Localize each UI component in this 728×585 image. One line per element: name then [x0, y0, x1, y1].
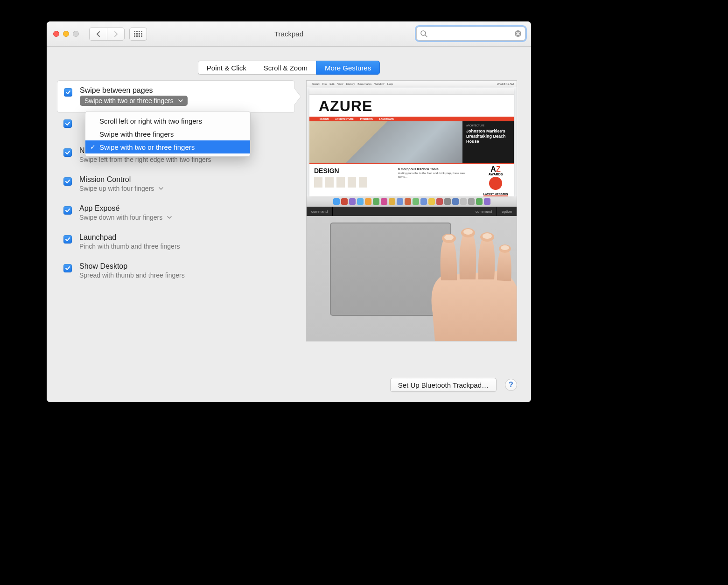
checkbox-mission-control[interactable]: [63, 177, 72, 186]
gesture-launchpad[interactable]: Launchpad Pinch with thumb and three fin…: [57, 228, 295, 257]
svg-line-1: [425, 35, 427, 37]
help-button[interactable]: ?: [505, 379, 517, 391]
chevron-down-icon: [159, 187, 163, 190]
svg-point-8: [463, 229, 473, 235]
svg-point-9: [483, 233, 492, 239]
content-row: Swipe between pages Swipe with two or th…: [47, 80, 531, 341]
gesture-title: Mission Control: [79, 175, 163, 184]
dropdown-option-1[interactable]: Swipe with three fingers: [85, 127, 250, 140]
chevron-right-icon: [113, 31, 118, 37]
gesture-mission-control[interactable]: Mission Control Swipe up with four finge…: [57, 170, 295, 199]
grid-icon: [134, 31, 142, 37]
svg-point-10: [501, 245, 509, 250]
tab-point-and-click[interactable]: Point & Click: [198, 61, 255, 75]
gesture-show-desktop[interactable]: Show Desktop Spread with thumb and three…: [57, 257, 295, 286]
dropdown-menu[interactable]: Scroll left or right with two fingers Sw…: [85, 111, 251, 157]
preview-hand: [405, 220, 517, 341]
dropdown-option-0[interactable]: Scroll left or right with two fingers: [85, 114, 250, 127]
checkbox-swipe-between-pages[interactable]: [64, 88, 72, 97]
preview-dock: [307, 196, 517, 207]
gesture-subtitle: Spread with thumb and three fingers: [79, 272, 185, 279]
preferences-body: Point & Click Scroll & Zoom More Gesture…: [47, 47, 531, 402]
gesture-preview: Safari File Edit View History Bookmarks …: [306, 80, 517, 341]
search-field-wrap: [416, 27, 525, 41]
checkbox-show-desktop[interactable]: [63, 264, 72, 272]
gesture-subtitle-dropdown[interactable]: Swipe with two or three fingers: [80, 96, 188, 106]
window-controls: [53, 31, 79, 37]
show-all-button[interactable]: [129, 28, 147, 41]
dropdown-option-2[interactable]: Swipe with two or three fingers: [85, 140, 250, 153]
preview-menubar: Safari File Edit View History Bookmarks …: [307, 81, 517, 87]
nav-buttons: [89, 28, 125, 41]
gesture-subtitle: Swipe left from the right edge with two …: [79, 156, 211, 163]
minimize-window-button[interactable]: [63, 31, 69, 37]
chevron-down-icon: [167, 216, 172, 219]
close-window-button[interactable]: [53, 31, 59, 37]
clear-search-icon[interactable]: [514, 30, 522, 37]
footer-row: Set Up Bluetooth Trackpad… ?: [390, 378, 517, 392]
gesture-title: App Exposé: [79, 204, 172, 213]
preview-screen: Safari File Edit View History Bookmarks …: [307, 81, 517, 207]
check-icon: [65, 121, 70, 126]
check-icon: [65, 237, 70, 242]
preview-keyboard: command command option: [307, 207, 517, 216]
tab-more-gestures[interactable]: More Gestures: [316, 61, 380, 75]
gesture-subtitle-dropdown[interactable]: Swipe up with four fingers: [79, 185, 163, 192]
search-icon: [420, 30, 427, 37]
tab-scroll-and-zoom[interactable]: Scroll & Zoom: [255, 61, 316, 75]
check-icon: [65, 208, 70, 213]
checkbox-launchpad[interactable]: [63, 235, 72, 244]
check-icon: [65, 90, 71, 95]
gesture-subtitle: Pinch with thumb and three fingers: [79, 243, 180, 250]
chevron-down-icon: [178, 99, 183, 103]
zoom-window-button: [73, 31, 79, 37]
preview-site-logo: AZURE: [309, 95, 514, 117]
preview-browser-window: AZURE DESIGN ARCHITECTURE INTERIORS LAND…: [309, 88, 514, 196]
preview-trackpad-area: [307, 216, 517, 341]
chevron-left-icon: [96, 31, 101, 37]
gesture-swipe-between-pages[interactable]: Swipe between pages Swipe with two or th…: [57, 80, 295, 113]
preview-nav-bar: DESIGN ARCHITECTURE INTERIORS LANDSCAPE: [309, 117, 514, 121]
checkbox-notification-center[interactable]: [63, 148, 72, 157]
trackpad-preferences-window: Trackpad Point & Click Scroll & Zoom Mor…: [47, 21, 531, 402]
preview-awards-widget: AZ AWARDS LATEST UPDATES: [477, 164, 514, 196]
tabs-row: Point & Click Scroll & Zoom More Gesture…: [47, 61, 531, 75]
check-icon: [65, 150, 70, 155]
check-icon: [65, 179, 70, 184]
gesture-title: Show Desktop: [79, 262, 185, 271]
setup-bluetooth-trackpad-button[interactable]: Set Up Bluetooth Trackpad…: [390, 378, 497, 392]
forward-button: [107, 28, 125, 41]
check-icon: [65, 265, 70, 271]
gesture-title: Launchpad: [79, 233, 180, 242]
checkbox-swipe-fullscreen-apps[interactable]: [63, 119, 72, 128]
preview-hero: ARCHITECTURE Johnston Marklee's Breathta…: [309, 121, 514, 163]
titlebar: Trackpad: [47, 21, 531, 47]
gesture-title: Swipe between pages: [80, 86, 188, 95]
gesture-subtitle-dropdown[interactable]: Swipe down with four fingers: [79, 214, 172, 221]
checkbox-app-expose[interactable]: [63, 206, 72, 215]
svg-point-7: [444, 235, 454, 240]
back-button[interactable]: [89, 28, 107, 41]
gesture-app-expose[interactable]: App Exposé Swipe down with four fingers: [57, 199, 295, 228]
preview-section-heading: DESIGN: [314, 167, 391, 174]
search-input[interactable]: [416, 27, 525, 41]
gesture-list: Swipe between pages Swipe with two or th…: [57, 80, 295, 341]
